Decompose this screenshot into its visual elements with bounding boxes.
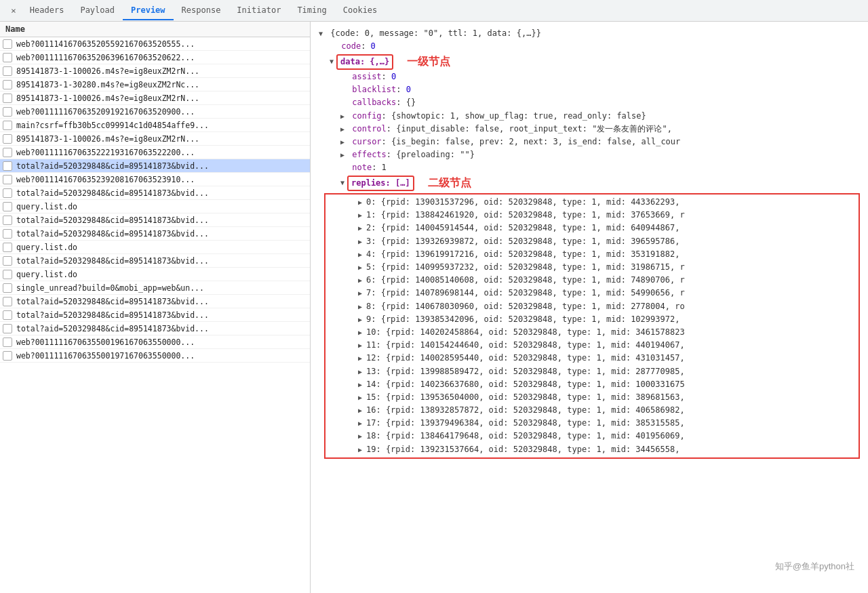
watermark: 知乎@鱼羊python社 — [775, 560, 854, 573]
request-item[interactable]: total?aid=520329848&cid=895141873&bvid..… — [0, 308, 310, 322]
request-checkbox[interactable] — [3, 53, 12, 62]
reply-triangle[interactable] — [358, 262, 365, 273]
reply-entry: 16: {rpid: 138932857872, oid: 520329848,… — [326, 404, 859, 417]
request-checkbox[interactable] — [3, 202, 12, 211]
effects-triangle[interactable] — [340, 150, 347, 161]
request-item[interactable]: total?aid=520329848&cid=895141873&bvid..… — [0, 295, 310, 308]
request-checkbox[interactable] — [3, 188, 12, 198]
reply-triangle[interactable] — [358, 392, 365, 403]
tab-payload[interactable]: Payload — [72, 1, 123, 20]
replies-triangle[interactable] — [340, 178, 347, 188]
tab-cookies[interactable]: Cookies — [335, 1, 386, 20]
request-item[interactable]: query.list.do — [0, 200, 310, 213]
reply-triangle[interactable] — [358, 418, 365, 429]
reply-triangle[interactable] — [358, 288, 365, 299]
reply-triangle[interactable] — [358, 445, 365, 455]
reply-entry: 9: {rpid: 139385342096, oid: 520329848, … — [326, 313, 859, 326]
reply-triangle[interactable] — [358, 327, 365, 338]
request-checkbox[interactable] — [3, 80, 12, 89]
reply-text: 8: {rpid: 140678030960, oid: 520329848, … — [366, 302, 685, 311]
request-checkbox[interactable] — [3, 148, 12, 157]
reply-triangle[interactable] — [358, 353, 365, 364]
request-item[interactable]: web?0011111670635500197167063550000... — [0, 349, 310, 363]
reply-triangle[interactable] — [358, 340, 365, 351]
request-item[interactable]: total?aid=520329848&cid=895141873&bvid..… — [0, 186, 310, 200]
reply-triangle[interactable] — [358, 380, 365, 390]
request-checkbox[interactable] — [3, 66, 12, 76]
request-item[interactable]: web?0011111670635500196167063550000... — [0, 335, 310, 349]
request-checkbox[interactable] — [3, 243, 12, 252]
request-checkbox[interactable] — [3, 175, 12, 184]
request-checkbox[interactable] — [3, 229, 12, 239]
request-item[interactable]: 895141873-1-100026.m4s?e=ig8euxZM2rN... — [0, 91, 310, 105]
request-checkbox[interactable] — [3, 134, 12, 144]
tab-response[interactable]: Response — [174, 1, 229, 20]
reply-entry: 11: {rpid: 140154244640, oid: 520329848,… — [326, 339, 859, 352]
request-checkbox[interactable] — [3, 338, 12, 347]
root-triangle[interactable] — [319, 28, 326, 39]
cursor-triangle[interactable] — [340, 137, 347, 148]
reply-entry: 6: {rpid: 140085140608, oid: 520329848, … — [326, 274, 859, 287]
reply-triangle[interactable] — [358, 302, 365, 312]
request-item[interactable]: total?aid=520329848&cid=895141873&bvid..… — [0, 213, 310, 227]
reply-triangle[interactable] — [358, 210, 365, 221]
reply-triangle[interactable] — [358, 275, 365, 286]
request-item[interactable]: query.list.do — [0, 241, 310, 254]
reply-triangle[interactable] — [358, 223, 365, 234]
request-checkbox[interactable] — [3, 256, 12, 266]
reply-triangle[interactable] — [358, 431, 365, 442]
request-item[interactable]: total?aid=520329848&cid=895141873&bvid..… — [0, 322, 310, 335]
right-panel: {code: 0, message: "0", ttl: 1, data: {,… — [311, 22, 868, 593]
request-item[interactable]: total?aid=520329848&cid=895141873&bvid..… — [0, 254, 310, 268]
request-checkbox[interactable] — [3, 270, 12, 279]
tab-timing[interactable]: Timing — [289, 1, 334, 20]
request-checkbox[interactable] — [3, 283, 12, 293]
request-item[interactable]: 895141873-1-100026.m4s?e=ig8euxZM2rN... — [0, 64, 310, 78]
request-item[interactable]: 895141873-1-100026.m4s?e=ig8euxZM2rN... — [0, 132, 310, 146]
request-item[interactable]: 895141873-1-30280.m4s?e=ig8euxZM2rNc... — [0, 78, 310, 91]
reply-text: 19: {rpid: 139231537664, oid: 520329848,… — [366, 445, 679, 454]
request-checkbox[interactable] — [3, 161, 12, 171]
request-item[interactable]: web?0011111670635222193167063522200... — [0, 146, 310, 159]
reply-triangle[interactable] — [358, 367, 365, 377]
replies-entries-container: 0: {rpid: 139031537296, oid: 520329848, … — [324, 193, 860, 459]
reply-triangle[interactable] — [358, 405, 365, 416]
watermark-line1: 知乎@鱼羊python社 — [775, 560, 854, 573]
request-checkbox[interactable] — [3, 94, 12, 103]
request-checkbox[interactable] — [3, 107, 12, 117]
reply-triangle[interactable] — [358, 237, 365, 247]
request-checkbox[interactable] — [3, 324, 12, 333]
request-item[interactable]: query.list.do — [0, 268, 310, 281]
request-name: single_unread?build=0&mobi_app=web&un... — [16, 283, 204, 293]
reply-text: 7: {rpid: 140789698144, oid: 520329848, … — [366, 288, 685, 298]
request-checkbox[interactable] — [3, 310, 12, 320]
request-checkbox[interactable] — [3, 351, 12, 361]
reply-triangle[interactable] — [358, 197, 365, 208]
tab-preview[interactable]: Preview — [123, 1, 174, 20]
control-triangle[interactable] — [340, 124, 347, 135]
request-item[interactable]: main?csrf=ffb30b5cc099914c1d04854affe9..… — [0, 119, 310, 132]
reply-text: 15: {rpid: 139536504000, oid: 520329848,… — [366, 392, 685, 402]
reply-entry: 17: {rpid: 139379496384, oid: 520329848,… — [326, 417, 859, 430]
request-checkbox[interactable] — [3, 297, 12, 306]
reply-entry: 10: {rpid: 140202458864, oid: 520329848,… — [326, 326, 859, 339]
request-item[interactable]: total?aid=520329848&cid=895141873&bvid..… — [0, 159, 310, 173]
request-item[interactable]: single_unread?build=0&mobi_app=web&un... — [0, 281, 310, 295]
request-checkbox[interactable] — [3, 216, 12, 225]
tab-headers[interactable]: Headers — [22, 1, 73, 20]
tab-close-button[interactable]: × — [5, 3, 22, 18]
reply-triangle[interactable] — [358, 314, 365, 325]
request-checkbox[interactable] — [3, 121, 12, 130]
tab-initiator[interactable]: Initiator — [229, 1, 289, 20]
reply-triangle[interactable] — [358, 249, 365, 260]
request-checkbox[interactable] — [3, 39, 12, 49]
request-item[interactable]: web?0011111670635209192167063520900... — [0, 105, 310, 119]
request-item[interactable]: web?0011141670635205592167063520555... — [0, 37, 310, 51]
request-item[interactable]: web?0011141670635239208167063523910... — [0, 173, 310, 186]
request-item[interactable]: total?aid=520329848&cid=895141873&bvid..… — [0, 227, 310, 241]
reply-entry: 18: {rpid: 138464179648, oid: 520329848,… — [326, 430, 859, 443]
config-triangle[interactable] — [340, 111, 347, 122]
data-triangle[interactable] — [330, 56, 336, 67]
json-control-line: control: {input_disable: false, root_inp… — [319, 123, 860, 136]
request-item[interactable]: web?0011111670635206396167063520622... — [0, 51, 310, 64]
